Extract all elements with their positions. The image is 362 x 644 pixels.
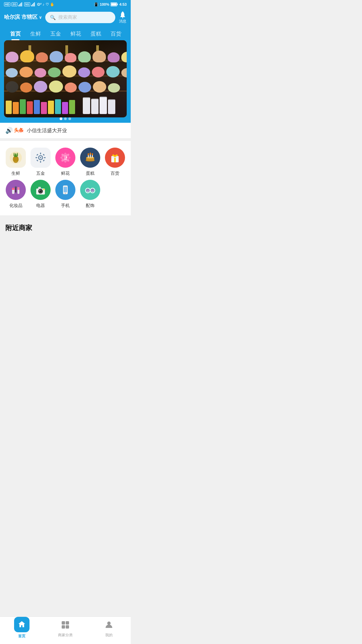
svg-point-23 xyxy=(40,157,41,158)
nearby-title-text: 附近商家 xyxy=(5,224,32,231)
flower-icon: 鲜花 xyxy=(55,148,75,168)
svg-point-87 xyxy=(88,190,89,191)
search-bar[interactable]: 🔍 搜索商家 xyxy=(45,12,115,23)
svg-rect-76 xyxy=(64,187,67,192)
nav-tabs: 首页 生鲜 五金 鲜花 蛋糕 百货 化妆 xyxy=(4,27,127,40)
svg-rect-60 xyxy=(12,189,14,194)
department-icon xyxy=(105,148,125,168)
category-flower[interactable]: 鲜花 鲜花 xyxy=(53,148,78,176)
svg-rect-2 xyxy=(20,3,21,6)
dot-2 xyxy=(64,117,67,120)
svg-rect-5 xyxy=(32,4,33,6)
category-appliance[interactable]: 电器 xyxy=(28,180,53,209)
svg-point-88 xyxy=(92,190,92,191)
svg-rect-64 xyxy=(17,189,19,194)
category-accessories[interactable]: 配饰 xyxy=(78,180,103,209)
svg-rect-9 xyxy=(111,3,116,6)
main-content: 🔊 头条 小信生活盛大开业 xyxy=(0,123,131,263)
vibrate-icon: 📳 xyxy=(94,2,99,7)
battery-icon xyxy=(111,2,118,6)
svg-rect-68 xyxy=(38,187,41,189)
sim-badge: 2G xyxy=(11,2,17,6)
cosmetics-label: 化妆品 xyxy=(9,203,22,209)
wifi-icon: ⊙² xyxy=(37,2,42,7)
time: 4:53 xyxy=(119,2,127,6)
svg-rect-4 xyxy=(31,5,32,6)
signal-icon xyxy=(18,2,23,6)
cosmetics-icon xyxy=(6,180,26,200)
svg-rect-25 xyxy=(40,161,41,163)
news-ticker: 🔊 头条 小信生活盛大开业 xyxy=(0,123,131,138)
svg-rect-63 xyxy=(15,186,17,188)
svg-point-86 xyxy=(87,190,87,191)
search-placeholder: 搜索商家 xyxy=(58,14,77,20)
hardware-label: 五金 xyxy=(36,170,45,176)
svg-rect-1 xyxy=(19,4,20,6)
phone-label: 手机 xyxy=(61,203,70,209)
header: 哈尔滨 市辖区 ∨ 🔍 搜索商家 消息 首页 生鲜 五金 鲜花 蛋糕 百货 化妆 xyxy=(0,8,131,40)
tab-home[interactable]: 首页 xyxy=(5,27,25,40)
hardware-icon xyxy=(31,148,51,168)
department-label: 百货 xyxy=(111,170,119,176)
svg-rect-6 xyxy=(33,3,34,6)
svg-point-89 xyxy=(93,190,94,191)
nearby-section-title: 附近商家 xyxy=(0,218,131,236)
category-department[interactable]: 百货 xyxy=(103,148,127,176)
city-name: 哈尔滨 xyxy=(4,14,20,21)
ticker-label: 头条 xyxy=(14,127,23,133)
battery-text: 100% xyxy=(100,2,109,6)
category-cosmetics[interactable]: 化妆品 xyxy=(3,180,28,209)
svg-rect-3 xyxy=(21,2,22,6)
tab-flower[interactable]: 鲜花 xyxy=(66,27,86,40)
district-name: 市辖区 xyxy=(21,14,38,21)
search-icon: 🔍 xyxy=(50,15,56,20)
category-grid: 生鲜 xyxy=(3,148,127,209)
5g-badge: 5G xyxy=(24,2,30,6)
ticker-badge: 🔊 头条 xyxy=(5,127,23,134)
svg-text:鲜花: 鲜花 xyxy=(62,156,70,160)
hd-badge: HD xyxy=(4,2,10,6)
category-cake[interactable]: 蛋糕 xyxy=(78,148,103,176)
status-right: 📳 100% 4:53 xyxy=(94,2,127,7)
flower-label: 鲜花 xyxy=(61,170,70,176)
tab-department[interactable]: 百货 xyxy=(106,27,126,40)
notification-button[interactable]: 消息 xyxy=(119,11,127,24)
location-selector[interactable]: 哈尔滨 市辖区 ∨ xyxy=(4,14,42,21)
fresh-icon xyxy=(6,148,26,168)
accessories-label: 配饰 xyxy=(86,203,95,209)
tab-cake[interactable]: 蛋糕 xyxy=(86,27,106,40)
extra-icons: ♪ ♡ ✋ xyxy=(43,2,55,7)
tab-cosmetics[interactable]: 化妆 xyxy=(126,27,127,40)
fresh-label: 生鲜 xyxy=(11,170,20,176)
svg-point-51 xyxy=(90,153,91,155)
svg-point-73 xyxy=(43,189,45,190)
banner-dots xyxy=(60,117,71,120)
tab-hardware[interactable]: 五金 xyxy=(46,27,66,40)
svg-rect-7 xyxy=(34,2,35,6)
cake-icon xyxy=(80,148,100,168)
svg-rect-61 xyxy=(12,188,14,190)
category-hardware[interactable]: 五金 xyxy=(28,148,53,176)
category-phone[interactable]: 手机 xyxy=(53,180,78,209)
appliance-label: 电器 xyxy=(36,203,45,209)
speaker-icon: 🔊 xyxy=(5,127,13,134)
status-left: HD 2G 5G ⊙² ♪ ♡ ✋ xyxy=(4,2,55,7)
ticker-text: 小信生活盛大开业 xyxy=(27,127,67,134)
accessories-icon xyxy=(80,180,100,200)
svg-point-77 xyxy=(65,193,66,194)
bottom-spacer xyxy=(0,236,131,263)
category-fresh[interactable]: 生鲜 xyxy=(3,148,28,176)
svg-point-57 xyxy=(114,155,116,157)
appliance-icon xyxy=(31,180,51,200)
svg-rect-27 xyxy=(44,157,46,158)
banner-image xyxy=(4,40,127,117)
tab-fresh[interactable]: 生鲜 xyxy=(25,27,46,40)
dot-1 xyxy=(60,117,62,120)
svg-rect-0 xyxy=(18,5,19,6)
category-section: 生鲜 xyxy=(0,141,131,215)
dot-3 xyxy=(68,117,71,120)
svg-rect-24 xyxy=(40,153,41,154)
banner xyxy=(0,40,131,123)
phone-icon xyxy=(55,180,75,200)
chevron-down-icon: ∨ xyxy=(39,15,42,20)
